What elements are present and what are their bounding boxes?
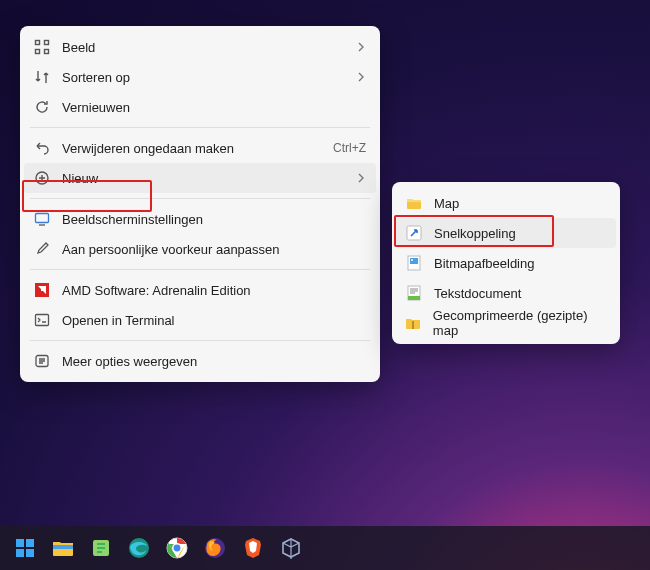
- taskbar-brave-icon[interactable]: [240, 535, 266, 561]
- submenu-item-textdoc[interactable]: Tekstdocument: [396, 278, 616, 308]
- menu-item-refresh[interactable]: Vernieuwen: [24, 92, 376, 122]
- svg-rect-16: [16, 539, 24, 547]
- svg-rect-3: [45, 50, 49, 54]
- svg-rect-14: [408, 296, 420, 300]
- menu-label: Tekstdocument: [434, 286, 606, 301]
- context-menu: Beeld Sorteren op Vernieuwen V: [20, 26, 380, 382]
- svg-point-12: [411, 259, 413, 261]
- folder-icon: [404, 194, 424, 212]
- brush-icon: [32, 240, 52, 258]
- menu-item-new[interactable]: Nieuw: [24, 163, 376, 193]
- menu-label: Openen in Terminal: [62, 313, 366, 328]
- svg-rect-15: [412, 321, 414, 329]
- refresh-icon: [32, 98, 52, 116]
- svg-rect-11: [410, 258, 418, 264]
- chevron-right-icon: [356, 173, 366, 183]
- submenu-item-bitmap[interactable]: Bitmapafbeelding: [396, 248, 616, 278]
- menu-label: Aan persoonlijke voorkeur aanpassen: [62, 242, 366, 257]
- textdoc-icon: [404, 284, 424, 302]
- chevron-right-icon: [356, 72, 366, 82]
- menu-label: Beeld: [62, 40, 356, 55]
- sort-icon: [32, 68, 52, 86]
- start-button[interactable]: [12, 535, 38, 561]
- menu-label: Snelkoppeling: [434, 226, 606, 241]
- menu-separator: [30, 269, 370, 270]
- taskbar-firefox-icon[interactable]: [202, 535, 228, 561]
- menu-accelerator: Ctrl+Z: [333, 141, 366, 155]
- menu-item-display-settings[interactable]: Beeldscherminstellingen: [24, 204, 376, 234]
- menu-label: Gecomprimeerde (gezipte) map: [433, 308, 606, 338]
- svg-rect-18: [16, 549, 24, 557]
- taskbar-notepadpp-icon[interactable]: [88, 535, 114, 561]
- menu-separator: [30, 127, 370, 128]
- menu-label: Map: [434, 196, 606, 211]
- menu-separator: [30, 198, 370, 199]
- menu-item-sort[interactable]: Sorteren op: [24, 62, 376, 92]
- menu-label: Vernieuwen: [62, 100, 366, 115]
- svg-rect-7: [36, 315, 49, 326]
- menu-item-amd[interactable]: AMD Software: Adrenalin Edition: [24, 275, 376, 305]
- taskbar: [0, 526, 650, 570]
- grid-icon: [32, 38, 52, 56]
- menu-label: AMD Software: Adrenalin Edition: [62, 283, 366, 298]
- menu-label: Verwijderen ongedaan maken: [62, 141, 325, 156]
- menu-label: Nieuw: [62, 171, 356, 186]
- amd-icon: [32, 281, 52, 299]
- taskbar-explorer-icon[interactable]: [50, 535, 76, 561]
- svg-rect-19: [26, 549, 34, 557]
- svg-rect-2: [36, 50, 40, 54]
- display-icon: [32, 210, 52, 228]
- taskbar-chrome-icon[interactable]: [164, 535, 190, 561]
- submenu-item-folder[interactable]: Map: [396, 188, 616, 218]
- menu-label: Sorteren op: [62, 70, 356, 85]
- submenu-item-compressed[interactable]: Gecomprimeerde (gezipte) map: [396, 308, 616, 338]
- chevron-right-icon: [356, 42, 366, 52]
- menu-separator: [30, 340, 370, 341]
- more-options-icon: [32, 352, 52, 370]
- terminal-icon: [32, 311, 52, 329]
- shortcut-icon: [404, 224, 424, 242]
- plus-circle-icon: [32, 169, 52, 187]
- svg-rect-0: [36, 41, 40, 45]
- menu-item-personalize[interactable]: Aan persoonlijke voorkeur aanpassen: [24, 234, 376, 264]
- undo-icon: [32, 139, 52, 157]
- menu-label: Beeldscherminstellingen: [62, 212, 366, 227]
- bitmap-icon: [404, 254, 424, 272]
- svg-rect-5: [36, 214, 49, 223]
- svg-rect-20: [53, 545, 73, 549]
- menu-item-terminal[interactable]: Openen in Terminal: [24, 305, 376, 335]
- menu-item-more-options[interactable]: Meer opties weergeven: [24, 346, 376, 376]
- zip-folder-icon: [404, 314, 423, 332]
- submenu-item-shortcut[interactable]: Snelkoppeling: [396, 218, 616, 248]
- menu-label: Meer opties weergeven: [62, 354, 366, 369]
- new-submenu: Map Snelkoppeling Bitmapafbeelding Tekst…: [392, 182, 620, 344]
- taskbar-virtualbox-icon[interactable]: [278, 535, 304, 561]
- svg-rect-17: [26, 539, 34, 547]
- taskbar-edge-icon[interactable]: [126, 535, 152, 561]
- menu-item-undo[interactable]: Verwijderen ongedaan maken Ctrl+Z: [24, 133, 376, 163]
- menu-label: Bitmapafbeelding: [434, 256, 606, 271]
- svg-rect-1: [45, 41, 49, 45]
- menu-item-view[interactable]: Beeld: [24, 32, 376, 62]
